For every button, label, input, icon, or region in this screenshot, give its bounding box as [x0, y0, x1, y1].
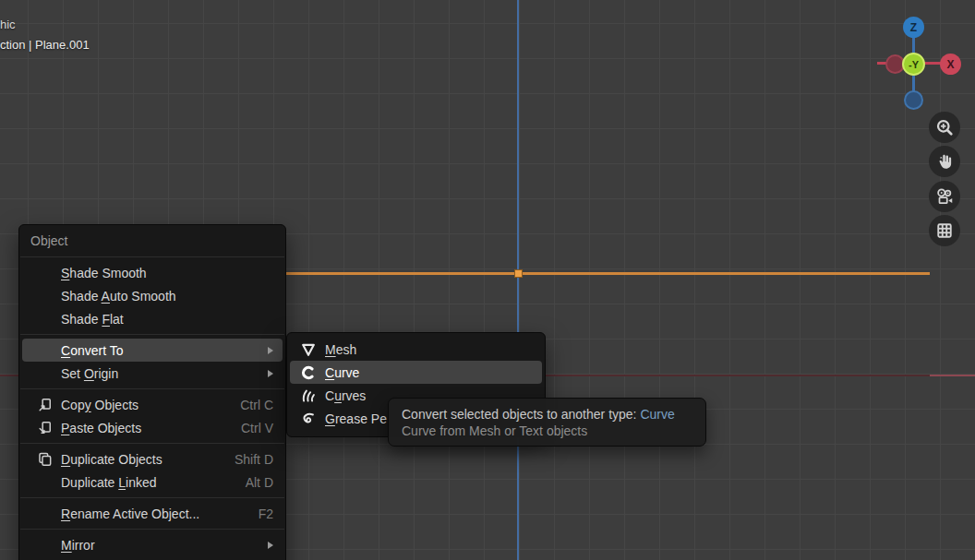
- active-object-overlay: ction | Plane.001: [0, 38, 90, 52]
- menu-item-duplicate-objects[interactable]: Duplicate Objects Shift D: [22, 447, 283, 471]
- icon-spacer: [34, 342, 54, 358]
- curves-icon: [298, 387, 319, 403]
- menu-separator: [20, 443, 284, 444]
- gizmo-z-ball[interactable]: Z: [903, 17, 924, 38]
- menu-item-shade-smooth[interactable]: Shade Smooth: [22, 261, 283, 284]
- icon-spacer: [34, 474, 54, 490]
- context-menu-title: Object: [19, 230, 285, 253]
- shortcut-label: F2: [259, 506, 273, 521]
- menu-item-shade-flat[interactable]: Shade Flat: [22, 307, 283, 330]
- menu-separator: [20, 256, 284, 257]
- shortcut-label: Ctrl C: [240, 398, 273, 412]
- menu-separator: [20, 334, 284, 335]
- object-context-menu: Object Shade Smooth Shade Auto Smooth Sh…: [18, 224, 286, 560]
- tooltip-main-line: Convert selected objects to another type…: [402, 406, 705, 423]
- menu-item-convert-to[interactable]: Convert To: [22, 339, 283, 362]
- pan-button[interactable]: [929, 146, 960, 177]
- menu-item-shade-auto-smooth[interactable]: Shade Auto Smooth: [22, 284, 283, 307]
- pan-hand-icon: [935, 152, 954, 171]
- zoom-icon: [935, 118, 954, 137]
- icon-spacer: [34, 506, 54, 521]
- camera-view-icon: [935, 187, 954, 206]
- menu-item-copy-objects[interactable]: Copy Objects Ctrl C: [22, 393, 283, 416]
- object-origin-dot: [514, 269, 523, 278]
- zoom-button[interactable]: [929, 112, 960, 143]
- gizmo-negative-z-ball[interactable]: [904, 90, 923, 110]
- submenu-arrow-icon: [268, 370, 273, 377]
- menu-item-rename-active-object[interactable]: Rename Active Object... F2: [22, 502, 283, 525]
- z-axis-line: [517, 0, 519, 560]
- menu-item-curve[interactable]: Curve: [290, 361, 542, 384]
- tooltip: Convert selected objects to another type…: [388, 398, 706, 447]
- duplicate-icon: [34, 451, 54, 467]
- gizmo-negative-y-ball[interactable]: -Y: [902, 53, 925, 76]
- paste-icon: [34, 420, 54, 435]
- gizmo-x-ball[interactable]: X: [940, 54, 961, 75]
- submenu-arrow-icon: [268, 347, 273, 354]
- view-name-overlay: hic: [0, 18, 16, 31]
- shortcut-label: Ctrl V: [241, 421, 273, 435]
- camera-view-button[interactable]: [929, 181, 960, 212]
- icon-spacer: [34, 537, 54, 553]
- icon-spacer: [34, 365, 54, 381]
- x-axis-line: [930, 375, 975, 376]
- menu-item-paste-objects[interactable]: Paste Objects Ctrl V: [22, 416, 283, 439]
- icon-spacer: [34, 288, 54, 304]
- shortcut-label: Alt D: [246, 475, 273, 490]
- grid-ortho-icon: [935, 221, 954, 240]
- icon-spacer: [34, 265, 54, 280]
- menu-separator: [20, 388, 284, 389]
- menu-item-mesh[interactable]: Mesh: [290, 338, 542, 361]
- submenu-arrow-icon: [268, 542, 273, 549]
- menu-separator: [20, 529, 284, 530]
- menu-separator: [20, 497, 284, 498]
- grease-pencil-icon: [298, 411, 319, 426]
- perspective-toggle-button[interactable]: [929, 215, 960, 246]
- mesh-icon: [298, 341, 319, 357]
- menu-item-set-origin[interactable]: Set Origin: [22, 362, 283, 385]
- icon-spacer: [34, 311, 54, 327]
- tooltip-type-link: Curve: [640, 407, 674, 422]
- menu-item-snap[interactable]: Snap: [22, 556, 283, 560]
- curve-icon: [298, 364, 319, 380]
- tooltip-description: Curve from Mesh or Text objects: [402, 423, 705, 439]
- menu-item-mirror[interactable]: Mirror: [22, 533, 283, 556]
- navigation-gizmo[interactable]: Z X -Y: [859, 7, 969, 118]
- menu-item-duplicate-linked[interactable]: Duplicate Linked Alt D: [22, 471, 283, 494]
- copy-icon: [34, 397, 54, 412]
- shortcut-label: Shift D: [235, 452, 273, 467]
